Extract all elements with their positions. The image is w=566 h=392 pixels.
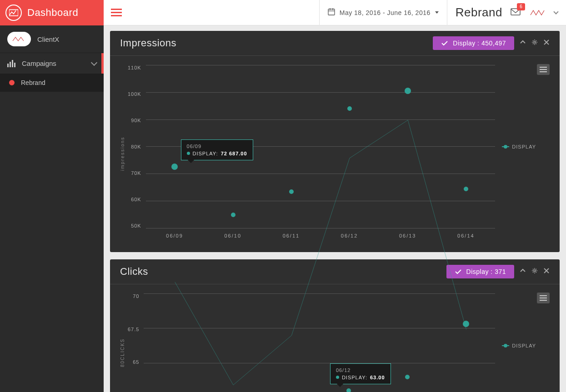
collapse-icon[interactable] xyxy=(520,268,526,276)
tooltip-series: DISPLAY: xyxy=(342,375,367,380)
tooltip-dot-icon xyxy=(336,376,339,379)
data-point[interactable] xyxy=(347,106,352,111)
menu-toggle-button[interactable] xyxy=(104,0,129,25)
data-point[interactable] xyxy=(289,189,294,194)
chart-legend[interactable]: DISPLAY xyxy=(502,343,536,348)
legend-marker-icon xyxy=(502,146,509,147)
display-filter-button[interactable]: Display : 450,497 xyxy=(433,36,514,50)
y-tick: 70K xyxy=(131,170,141,176)
sidebar: Dashboard ClientX Campaigns Rebrand xyxy=(0,0,104,392)
panel-title: Impressions xyxy=(120,37,176,49)
data-point[interactable] xyxy=(405,375,410,379)
svg-rect-3 xyxy=(12,60,13,67)
settings-icon[interactable] xyxy=(531,39,538,47)
data-point[interactable] xyxy=(405,88,411,94)
y-tick: 90K xyxy=(131,118,141,123)
data-point[interactable] xyxy=(346,388,351,392)
settings-icon[interactable] xyxy=(531,268,538,276)
chart-menu-button[interactable] xyxy=(537,293,550,303)
legend-label: DISPLAY xyxy=(512,144,536,149)
data-point[interactable] xyxy=(231,213,235,217)
client-logo-icon xyxy=(7,32,31,46)
campaign-dot-icon xyxy=(9,80,15,85)
svg-rect-0 xyxy=(9,10,18,15)
svg-point-13 xyxy=(534,270,536,272)
svg-rect-5 xyxy=(328,9,335,15)
panel-title: Clicks xyxy=(120,266,148,278)
tooltip-dot-icon xyxy=(187,152,190,155)
y-tick: 60K xyxy=(131,197,141,202)
data-point[interactable] xyxy=(171,164,178,170)
impressions-chart: impressions 110K 100K 90K 80K 70K 60K 50… xyxy=(110,56,560,252)
y-tick: 80K xyxy=(131,144,141,149)
sidebar-header: Dashboard xyxy=(0,0,104,25)
clicks-chart: 80CLICKS 70 67.5 65 62.5 xyxy=(110,284,560,392)
page-title: Dashboard xyxy=(27,7,78,19)
client-name: ClientX xyxy=(37,35,59,43)
calendar-icon xyxy=(328,8,335,17)
close-icon[interactable] xyxy=(543,39,550,47)
topbar: May 18, 2016 - June 16, 2016 Rebrand 6 xyxy=(104,0,566,25)
chart-tooltip: 06/12 DISPLAY: 63.00 xyxy=(330,363,391,384)
mail-badge: 6 xyxy=(517,3,525,10)
mail-button[interactable]: 6 xyxy=(511,8,521,18)
main: May 18, 2016 - June 16, 2016 Rebrand 6 I… xyxy=(104,0,566,392)
y-axis: 70 67.5 65 62.5 xyxy=(128,293,144,392)
chart-legend[interactable]: DISPLAY xyxy=(502,144,536,149)
plot-area[interactable]: 06/12 DISPLAY: 63.00 DISPLAY xyxy=(144,293,495,392)
sidebar-item-label: Campaigns xyxy=(22,60,56,67)
legend-label: DISPLAY xyxy=(512,343,536,348)
chart-menu-button[interactable] xyxy=(537,64,550,75)
campaign-title: Rebrand xyxy=(456,5,502,20)
collapse-icon[interactable] xyxy=(520,39,526,47)
date-range-picker[interactable]: May 18, 2016 - June 16, 2016 xyxy=(319,0,447,25)
sidebar-item-campaigns[interactable]: Campaigns xyxy=(0,53,104,74)
content-area: Impressions Display : 450,497 impression… xyxy=(104,25,566,392)
y-axis-label: 80CLICKS xyxy=(120,293,125,392)
sidebar-item-rebrand[interactable]: Rebrand xyxy=(0,74,104,92)
y-tick: 50K xyxy=(131,223,141,228)
tooltip-series: DISPLAY: xyxy=(193,151,218,156)
close-icon[interactable] xyxy=(543,268,550,276)
data-point[interactable] xyxy=(464,187,468,191)
data-point[interactable] xyxy=(463,321,469,327)
panel-impressions: Impressions Display : 450,497 impression… xyxy=(110,31,560,252)
chart-tooltip: 06/09 DISPLAY: 72 687.00 xyxy=(181,139,253,160)
svg-rect-1 xyxy=(7,64,9,67)
caret-down-icon xyxy=(435,11,439,14)
user-menu[interactable] xyxy=(529,6,546,19)
tooltip-value: 72 687.00 xyxy=(221,151,247,156)
chevron-down-icon[interactable] xyxy=(553,9,558,14)
y-tick: 65 xyxy=(133,359,139,365)
sidebar-item-label: Rebrand xyxy=(21,79,45,86)
line-series xyxy=(144,293,495,392)
dashboard-logo-icon xyxy=(5,5,22,21)
svg-rect-2 xyxy=(10,62,11,67)
display-filter-label: Display : 450,497 xyxy=(453,40,506,47)
y-axis-label: impressions xyxy=(120,65,125,228)
svg-rect-4 xyxy=(14,63,15,67)
svg-point-10 xyxy=(534,41,536,43)
client-row[interactable]: ClientX xyxy=(0,25,104,53)
y-tick: 67.5 xyxy=(128,327,139,332)
y-tick: 110K xyxy=(128,65,141,70)
tooltip-value: 63.00 xyxy=(370,375,385,380)
date-range-text: May 18, 2016 - June 16, 2016 xyxy=(340,9,431,16)
check-icon xyxy=(441,40,448,46)
tooltip-date: 06/09 xyxy=(187,144,247,149)
tooltip-date: 06/12 xyxy=(336,367,385,373)
legend-marker-icon xyxy=(502,345,509,346)
y-tick: 70 xyxy=(133,293,139,299)
y-axis: 110K 100K 90K 80K 70K 60K 50K xyxy=(128,65,146,228)
y-tick: 100K xyxy=(128,91,141,97)
plot-area[interactable]: 06/09 DISPLAY: 72 687.00 DISPLAY xyxy=(146,65,495,228)
bar-chart-icon xyxy=(7,60,15,67)
